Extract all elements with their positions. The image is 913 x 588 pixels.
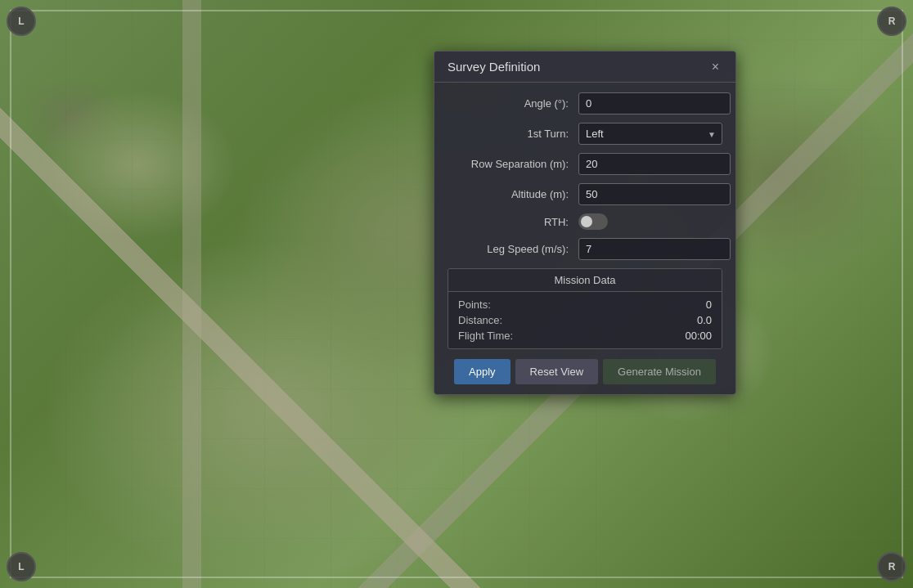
corner-marker-tl[interactable]: L <box>7 7 36 36</box>
corner-marker-tr[interactable]: R <box>877 7 906 36</box>
rth-slider <box>578 213 608 230</box>
dialog-body: Angle (°): 1st Turn: Left Right ▼ Row Se… <box>434 83 735 394</box>
dialog-title: Survey Definition <box>448 60 540 74</box>
points-label: Points: <box>458 298 491 311</box>
altitude-row: Altitude (m): <box>448 183 722 205</box>
leg-speed-label: Leg Speed (m/s): <box>448 243 578 255</box>
mission-data-body: Points: 0 Distance: 0.0 Flight Time: 00:… <box>448 292 722 348</box>
corner-tl-label: L <box>18 16 24 27</box>
survey-definition-dialog: Survey Definition × Angle (°): 1st Turn:… <box>434 51 736 395</box>
first-turn-label: 1st Turn: <box>448 128 578 140</box>
altitude-label: Altitude (m): <box>448 188 578 200</box>
first-turn-select[interactable]: Left Right <box>578 123 722 145</box>
corner-br-label: R <box>888 561 896 572</box>
angle-label: Angle (°): <box>448 97 578 110</box>
distance-value: 0.0 <box>697 314 712 326</box>
flight-time-row: Flight Time: 00:00 <box>458 330 712 342</box>
rth-toggle[interactable] <box>578 213 608 230</box>
row-separation-row: Row Separation (m): <box>448 153 722 175</box>
points-row: Points: 0 <box>458 298 712 311</box>
row-separation-label: Row Separation (m): <box>448 158 578 170</box>
distance-row: Distance: 0.0 <box>458 314 712 326</box>
flight-time-label: Flight Time: <box>458 330 513 342</box>
reset-view-button[interactable]: Reset View <box>515 359 599 384</box>
rth-row: RTH: <box>448 213 722 230</box>
corner-tr-label: R <box>888 16 896 27</box>
first-turn-select-wrapper: Left Right ▼ <box>578 123 722 145</box>
dialog-header: Survey Definition × <box>434 52 735 83</box>
first-turn-row: 1st Turn: Left Right ▼ <box>448 123 722 145</box>
row-separation-input[interactable] <box>578 153 731 175</box>
leg-speed-input[interactable] <box>578 238 731 260</box>
angle-input[interactable] <box>578 92 731 114</box>
points-value: 0 <box>706 298 712 311</box>
rth-label: RTH: <box>448 216 578 228</box>
generate-mission-button[interactable]: Generate Mission <box>603 359 716 384</box>
leg-speed-row: Leg Speed (m/s): <box>448 238 722 260</box>
mission-data-header: Mission Data <box>448 269 722 292</box>
altitude-input[interactable] <box>578 183 731 205</box>
button-row: Apply Reset View Generate Mission <box>448 359 722 384</box>
corner-marker-br[interactable]: R <box>877 552 906 581</box>
flight-time-value: 00:00 <box>685 330 712 342</box>
angle-row: Angle (°): <box>448 92 722 114</box>
distance-label: Distance: <box>458 314 502 326</box>
mission-data-section: Mission Data Points: 0 Distance: 0.0 Fli… <box>448 268 722 349</box>
rth-toggle-wrapper <box>578 213 608 230</box>
apply-button[interactable]: Apply <box>454 359 510 384</box>
corner-marker-bl[interactable]: L <box>7 552 36 581</box>
corner-bl-label: L <box>18 561 24 572</box>
dialog-close-button[interactable]: × <box>708 61 722 74</box>
